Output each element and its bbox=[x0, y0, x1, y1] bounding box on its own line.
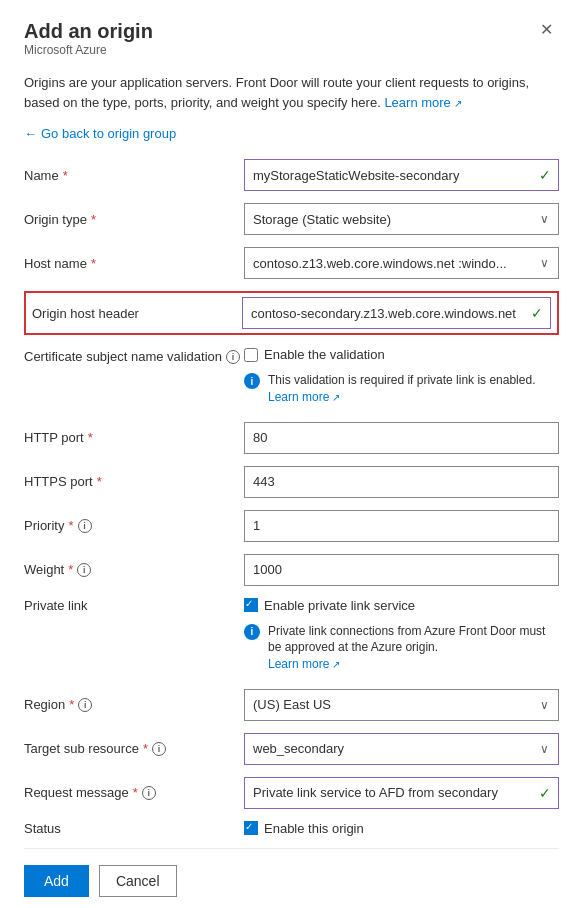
add-button[interactable]: Add bbox=[24, 865, 89, 897]
priority-row: Priority * i bbox=[24, 510, 559, 542]
request-message-label: Request message * i bbox=[24, 785, 244, 800]
target-sub-resource-control: web_secondary bbox=[244, 733, 559, 765]
region-select[interactable]: (US) East US bbox=[244, 689, 559, 721]
request-message-control: ✓ bbox=[244, 777, 559, 809]
status-control: Enable this origin bbox=[244, 821, 559, 836]
private-link-content: Enable private link service i Private li… bbox=[244, 598, 559, 677]
name-row: Name * ✓ bbox=[24, 159, 559, 191]
target-sub-select-wrapper: web_secondary bbox=[244, 733, 559, 765]
status-row: Status Enable this origin bbox=[24, 821, 559, 836]
host-name-select-wrapper: contoso.z13.web.core.windows.net :windo.… bbox=[244, 247, 559, 279]
region-info-icon[interactable]: i bbox=[78, 698, 92, 712]
close-button[interactable]: ✕ bbox=[534, 20, 559, 40]
status-label: Status bbox=[24, 821, 244, 836]
host-name-label: Host name * bbox=[24, 256, 244, 271]
weight-control bbox=[244, 554, 559, 586]
request-message-required: * bbox=[133, 785, 138, 800]
footer: Add Cancel bbox=[24, 848, 559, 897]
cert-enable-checkbox[interactable] bbox=[244, 348, 258, 362]
http-port-input[interactable] bbox=[244, 422, 559, 454]
target-sub-resource-label: Target sub resource * i bbox=[24, 741, 244, 756]
cert-info-icon: i bbox=[244, 373, 260, 389]
region-label: Region * i bbox=[24, 697, 244, 712]
status-enable-checkbox[interactable] bbox=[244, 821, 258, 835]
request-message-input-wrapper: ✓ bbox=[244, 777, 559, 809]
priority-input[interactable] bbox=[244, 510, 559, 542]
cert-validation-content: Enable the validation i This validation … bbox=[244, 347, 559, 410]
host-name-required: * bbox=[91, 256, 96, 271]
origin-host-header-input[interactable] bbox=[242, 297, 551, 329]
weight-input[interactable] bbox=[244, 554, 559, 586]
request-message-check-icon: ✓ bbox=[539, 785, 551, 801]
back-to-origin-group-link[interactable]: Go back to origin group bbox=[24, 126, 559, 141]
name-required: * bbox=[63, 168, 68, 183]
origin-type-required: * bbox=[91, 212, 96, 227]
origin-type-control: Storage (Static website) bbox=[244, 203, 559, 235]
priority-required: * bbox=[68, 518, 73, 533]
origin-host-header-row: Origin host header ✓ bbox=[24, 291, 559, 335]
cert-validation-label: Certificate subject name validation i bbox=[24, 347, 244, 364]
cert-learn-more-link[interactable]: Learn more bbox=[268, 390, 340, 404]
description-text: Origins are your application servers. Fr… bbox=[24, 73, 559, 112]
target-sub-resource-select[interactable]: web_secondary bbox=[244, 733, 559, 765]
name-label: Name * bbox=[24, 168, 244, 183]
https-port-required: * bbox=[97, 474, 102, 489]
host-name-select[interactable]: contoso.z13.web.core.windows.net :windo.… bbox=[244, 247, 559, 279]
priority-info-icon[interactable]: i bbox=[78, 519, 92, 533]
https-port-row: HTTPS port * bbox=[24, 466, 559, 498]
origin-type-select[interactable]: Storage (Static website) bbox=[244, 203, 559, 235]
panel-header: Add an origin Microsoft Azure ✕ bbox=[24, 20, 559, 71]
region-required: * bbox=[69, 697, 74, 712]
cert-info-text: This validation is required if private l… bbox=[268, 372, 559, 406]
cert-validation-info-icon[interactable]: i bbox=[226, 350, 240, 364]
region-control: (US) East US bbox=[244, 689, 559, 721]
host-name-control: contoso.z13.web.core.windows.net :windo.… bbox=[244, 247, 559, 279]
request-message-row: Request message * i ✓ bbox=[24, 777, 559, 809]
target-sub-info-icon[interactable]: i bbox=[152, 742, 166, 756]
private-link-row: Private link Enable private link service… bbox=[24, 598, 559, 677]
origin-host-header-check-icon: ✓ bbox=[531, 305, 543, 321]
private-link-enable-checkbox-row: Enable private link service bbox=[244, 598, 559, 613]
request-message-input[interactable] bbox=[244, 777, 559, 809]
https-port-label: HTTPS port * bbox=[24, 474, 244, 489]
panel-title: Add an origin bbox=[24, 20, 153, 43]
cert-enable-label: Enable the validation bbox=[264, 347, 385, 362]
priority-control bbox=[244, 510, 559, 542]
panel-subtitle: Microsoft Azure bbox=[24, 43, 153, 57]
origin-host-header-control: ✓ bbox=[242, 297, 551, 329]
private-link-info-text: Private link connections from Azure Fron… bbox=[268, 623, 559, 673]
cert-info-box: i This validation is required if private… bbox=[244, 368, 559, 410]
https-port-input[interactable] bbox=[244, 466, 559, 498]
request-message-info-icon[interactable]: i bbox=[142, 786, 156, 800]
name-input[interactable] bbox=[244, 159, 559, 191]
origin-type-row: Origin type * Storage (Static website) bbox=[24, 203, 559, 235]
weight-info-icon[interactable]: i bbox=[77, 563, 91, 577]
priority-label: Priority * i bbox=[24, 518, 244, 533]
http-port-control bbox=[244, 422, 559, 454]
region-row: Region * i (US) East US bbox=[24, 689, 559, 721]
host-name-row: Host name * contoso.z13.web.core.windows… bbox=[24, 247, 559, 279]
private-link-learn-more-link[interactable]: Learn more bbox=[268, 657, 340, 671]
origin-host-header-input-wrapper: ✓ bbox=[242, 297, 551, 329]
private-link-info-box: i Private link connections from Azure Fr… bbox=[244, 619, 559, 677]
weight-label: Weight * i bbox=[24, 562, 244, 577]
cancel-button[interactable]: Cancel bbox=[99, 865, 177, 897]
region-select-wrapper: (US) East US bbox=[244, 689, 559, 721]
weight-row: Weight * i bbox=[24, 554, 559, 586]
private-link-enable-label: Enable private link service bbox=[264, 598, 415, 613]
target-sub-resource-row: Target sub resource * i web_secondary bbox=[24, 733, 559, 765]
private-link-checkbox[interactable] bbox=[244, 598, 258, 612]
http-port-required: * bbox=[88, 430, 93, 445]
origin-host-header-label: Origin host header bbox=[32, 306, 242, 321]
status-enable-label: Enable this origin bbox=[264, 821, 364, 836]
private-link-label: Private link bbox=[24, 598, 244, 613]
target-sub-required: * bbox=[143, 741, 148, 756]
origin-type-select-wrapper: Storage (Static website) bbox=[244, 203, 559, 235]
cert-validation-row: Certificate subject name validation i En… bbox=[24, 347, 559, 410]
description-learn-more-link[interactable]: Learn more bbox=[384, 95, 461, 110]
http-port-row: HTTP port * bbox=[24, 422, 559, 454]
weight-required: * bbox=[68, 562, 73, 577]
name-check-icon: ✓ bbox=[539, 167, 551, 183]
cert-enable-checkbox-row: Enable the validation bbox=[244, 347, 559, 362]
status-checkbox-row: Enable this origin bbox=[244, 821, 559, 836]
